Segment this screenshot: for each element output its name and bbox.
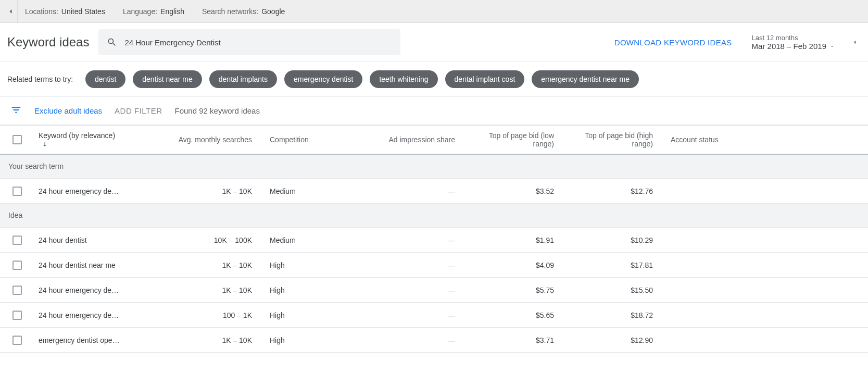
- row-checkbox[interactable]: [12, 286, 22, 295]
- date-prev-button[interactable]: [849, 38, 861, 46]
- impression-cell: —: [366, 256, 464, 275]
- search-input[interactable]: [124, 38, 392, 47]
- related-chip[interactable]: dental implant cost: [445, 70, 525, 88]
- bid-high-cell: $10.29: [563, 231, 662, 250]
- chevron-left-icon: [852, 40, 858, 45]
- col-keyword[interactable]: Keyword (by relevance): [30, 126, 126, 153]
- date-range-value: Mar 2018 – Feb 2019: [752, 42, 826, 51]
- table-row: 24 hour emergency denti… 100 – 1K High —…: [0, 303, 868, 328]
- exclude-adult-ideas-link[interactable]: Exclude adult ideas: [34, 106, 102, 115]
- row-checkbox[interactable]: [12, 261, 22, 270]
- table-row: 24 hour dentist 10K – 100K Medium — $1.9…: [0, 228, 868, 253]
- download-keyword-ideas-link[interactable]: DOWNLOAD KEYWORD IDEAS: [614, 38, 732, 47]
- keyword-cell[interactable]: 24 hour emergency denta…: [30, 281, 124, 300]
- table-row: 24 hour dentist near me 1K – 10K High — …: [0, 253, 868, 278]
- searches-cell: 100 – 1K: [126, 306, 261, 325]
- status-cell: [662, 335, 766, 345]
- keyword-cell[interactable]: 24 hour dentist: [30, 231, 124, 250]
- add-filter-button[interactable]: ADD FILTER: [115, 106, 162, 115]
- found-count-label: Found 92 keyword ideas: [175, 106, 260, 115]
- related-chip[interactable]: emergency dentist: [284, 70, 362, 88]
- impression-cell: —: [366, 281, 464, 300]
- language-value: English: [160, 7, 184, 16]
- date-range-picker[interactable]: Last 12 months Mar 2018 – Feb 2019: [752, 34, 835, 51]
- bid-low-cell: $5.75: [464, 281, 563, 300]
- bid-low-cell: $3.52: [464, 182, 563, 201]
- locations-filter[interactable]: Locations: United States: [25, 7, 105, 16]
- searches-cell: 1K – 10K: [126, 256, 261, 275]
- related-chip[interactable]: teeth whitening: [370, 70, 437, 88]
- language-filter[interactable]: Language: English: [123, 7, 184, 16]
- networks-filter[interactable]: Search networks: Google: [202, 7, 285, 16]
- competition-cell: High: [261, 306, 366, 325]
- bid-high-cell: $15.50: [563, 281, 662, 300]
- col-searches[interactable]: Avg. monthly searches: [126, 130, 261, 149]
- col-competition[interactable]: Competition: [261, 130, 366, 149]
- bid-low-cell: $1.91: [464, 231, 563, 250]
- keyword-cell[interactable]: emergency dentist open 2…: [30, 331, 124, 350]
- dropdown-icon: [829, 42, 835, 51]
- table-row: 24 hour emergency dentist 1K – 10K Mediu…: [0, 179, 868, 204]
- col-impression[interactable]: Ad impression share: [366, 130, 464, 149]
- bid-high-cell: $12.76: [563, 182, 662, 201]
- keyword-cell[interactable]: 24 hour dentist near me: [30, 256, 124, 275]
- back-arrow-icon: [8, 8, 14, 15]
- col-status[interactable]: Account status: [662, 130, 766, 149]
- row-checkbox[interactable]: [12, 236, 22, 245]
- language-label: Language:: [123, 7, 157, 16]
- bid-low-cell: $4.09: [464, 256, 563, 275]
- keyword-table: Keyword (by relevance) Avg. monthly sear…: [0, 125, 868, 353]
- related-terms-label: Related terms to try:: [7, 75, 73, 83]
- search-box[interactable]: [98, 29, 400, 55]
- related-chip[interactable]: emergency dentist near me: [532, 70, 639, 88]
- col-bid-high[interactable]: Top of page bid (high range): [563, 126, 662, 153]
- select-all-checkbox[interactable]: [12, 135, 22, 144]
- search-icon: [107, 37, 117, 47]
- sort-down-icon: [39, 140, 48, 148]
- status-cell: [662, 235, 766, 245]
- page-title: Keyword ideas: [7, 35, 89, 50]
- row-checkbox[interactable]: [12, 187, 22, 196]
- searches-cell: 1K – 10K: [126, 182, 261, 201]
- bid-low-cell: $3.71: [464, 331, 563, 350]
- related-chip[interactable]: dentist near me: [133, 70, 202, 88]
- competition-cell: High: [261, 331, 366, 350]
- filter-icon[interactable]: [10, 104, 22, 117]
- keyword-cell[interactable]: 24 hour emergency dentist: [30, 182, 124, 201]
- competition-cell: Medium: [261, 182, 366, 201]
- locations-label: Locations:: [25, 7, 58, 16]
- locations-value: United States: [61, 7, 105, 16]
- impression-cell: —: [366, 182, 464, 201]
- competition-cell: High: [261, 256, 366, 275]
- row-checkbox[interactable]: [12, 336, 22, 345]
- related-chip[interactable]: dentist: [85, 70, 125, 88]
- impression-cell: —: [366, 231, 464, 250]
- back-button[interactable]: [4, 0, 18, 23]
- competition-cell: Medium: [261, 231, 366, 250]
- searches-cell: 1K – 10K: [126, 281, 261, 300]
- status-cell: [662, 260, 766, 270]
- table-header-row: Keyword (by relevance) Avg. monthly sear…: [0, 126, 868, 155]
- impression-cell: —: [366, 331, 464, 350]
- impression-cell: —: [366, 306, 464, 325]
- bid-high-cell: $18.72: [563, 306, 662, 325]
- competition-cell: High: [261, 281, 366, 300]
- bid-high-cell: $17.81: [563, 256, 662, 275]
- bid-low-cell: $5.65: [464, 306, 563, 325]
- filter-row: Exclude adult ideas ADD FILTER Found 92 …: [0, 97, 868, 125]
- status-cell: [662, 285, 766, 295]
- keyword-cell[interactable]: 24 hour emergency denti…: [30, 306, 124, 325]
- select-all-checkbox-cell: [0, 130, 30, 150]
- status-cell: [662, 310, 766, 320]
- searches-cell: 1K – 10K: [126, 331, 261, 350]
- related-chip[interactable]: dental implants: [209, 70, 277, 88]
- networks-value: Google: [261, 7, 285, 16]
- col-bid-low[interactable]: Top of page bid (low range): [464, 126, 563, 153]
- bid-high-cell: $12.90: [563, 331, 662, 350]
- table-row: emergency dentist open 2… 1K – 10K High …: [0, 328, 868, 353]
- networks-label: Search networks:: [202, 7, 258, 16]
- searches-cell: 10K – 100K: [126, 231, 261, 250]
- table-row: 24 hour emergency denta… 1K – 10K High —…: [0, 278, 868, 303]
- section-idea: Idea: [0, 204, 868, 228]
- row-checkbox[interactable]: [12, 311, 22, 320]
